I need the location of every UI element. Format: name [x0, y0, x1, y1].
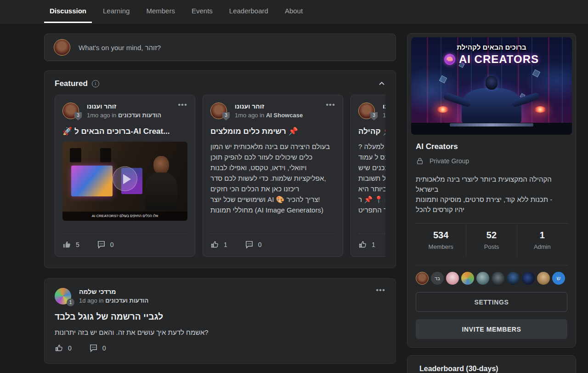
member-avatar[interactable]: ש [552, 272, 565, 285]
featured-card[interactable]: 3 זוהר וענונו 1mo ago in AI Showcase •••… [203, 95, 343, 257]
level-badge: 3 [74, 112, 82, 121]
tab-leaderboard[interactable]: Leaderboard [224, 0, 274, 23]
posts-count: 52 [466, 230, 516, 241]
decor-person [486, 76, 498, 90]
post-category[interactable]: AI Showcase [266, 112, 303, 119]
tab-about[interactable]: About [279, 0, 308, 23]
level-badge: 3 [222, 112, 230, 121]
tab-discussion[interactable]: Discussion [44, 0, 92, 23]
post-title[interactable]: קהילה 📌 [358, 126, 385, 136]
post-composer[interactable]: What's on your mind, זוהר? [44, 34, 396, 61]
community-description: הקהילה המקצועית ביותר ליוצרי בינה מלאכות… [416, 174, 567, 215]
member-avatar[interactable] [416, 272, 429, 285]
avatar[interactable]: 3 [62, 103, 79, 119]
member-avatar[interactable] [476, 272, 489, 285]
like-icon[interactable] [358, 240, 367, 249]
level-badge: 1 [67, 298, 74, 306]
comment-count: 0 [258, 241, 262, 248]
composer-placeholder: What's on your mind, זוהר? [79, 44, 161, 52]
invite-members-button[interactable]: INVITE MEMBERS [416, 319, 567, 339]
privacy-label: Private Group [430, 157, 469, 165]
like-icon[interactable] [62, 240, 71, 249]
kebab-menu-icon[interactable]: ••• [326, 103, 335, 107]
community-name: AI Creators [416, 142, 567, 151]
community-sidebar: ברוכים הבאים לקהילת 🧠 AI CREATORS AI Cre… [407, 33, 576, 373]
admin-count: 1 [517, 230, 567, 241]
featured-card[interactable]: 3 זוהר וענונו 1mo ago in הודעות ועדכונים… [55, 95, 195, 257]
comment-count: 0 [102, 344, 106, 352]
member-avatar[interactable] [461, 272, 474, 285]
members-label: Members [416, 243, 466, 250]
decor [100, 148, 111, 162]
avatar[interactable]: 3 [210, 103, 227, 119]
post-time: 1mo ago in [383, 112, 385, 119]
featured-title: Featured [55, 79, 88, 88]
like-icon[interactable] [55, 344, 63, 352]
post-category[interactable]: הודעות ועדכונים [118, 112, 161, 119]
video-thumbnail[interactable]: AI CREATORS? אלו הכלים החזקים בעולם [62, 142, 187, 221]
comment-icon[interactable] [89, 344, 98, 352]
post-title[interactable]: רשימת כלים מומלצים 📌 [210, 126, 335, 136]
members-count: 534 [416, 230, 466, 241]
decor [450, 123, 533, 126]
member-avatar[interactable]: בד [431, 272, 444, 285]
like-count: 1 [224, 241, 227, 248]
comment-count: 0 [110, 241, 114, 248]
like-count: 1 [372, 241, 375, 248]
brain-icon: 🧠 [444, 54, 455, 65]
community-stats: 534 Members 52 Posts 1 Admin [416, 224, 567, 257]
comment-icon[interactable] [97, 240, 106, 249]
decor-person [145, 156, 178, 221]
member-avatar[interactable] [446, 272, 459, 285]
post-time: 1mo ago in [87, 112, 116, 119]
leaderboard-title: Leaderboard (30-days) [419, 365, 564, 373]
member-avatar[interactable] [507, 272, 520, 285]
post-body: ? למעלה ✅ היכנס ל עמוד התכנים שיש לקבל ת… [358, 141, 385, 215]
kebab-menu-icon[interactable]: ••• [376, 288, 385, 293]
post-author[interactable]: זוהר וענונו [383, 103, 385, 110]
like-count: 0 [68, 344, 72, 352]
post-title[interactable]: לגביי הרשמה של גוגל בלבד [55, 312, 385, 322]
tab-events[interactable]: Events [186, 0, 218, 23]
featured-card[interactable]: 3 זוהר וענונו 1mo ago in קהילה 📌 ? למעלה… [351, 95, 385, 257]
member-avatars-row: בד ש [416, 272, 567, 285]
post-author[interactable]: מרדכי שלמה [79, 288, 148, 295]
decor [534, 106, 546, 113]
settings-button[interactable]: SETTINGS [416, 292, 567, 312]
decor-monitor [71, 166, 113, 196]
comment-icon[interactable] [245, 240, 254, 249]
tab-members[interactable]: Members [141, 0, 181, 23]
post-title[interactable]: 🚀 ברוכים הבאים ל-AI Creat... [62, 126, 187, 136]
avatar[interactable]: 1 [55, 288, 71, 304]
lock-icon [416, 157, 424, 165]
decor [437, 106, 449, 113]
post-time: 1mo ago in [235, 112, 264, 119]
like-count: 5 [76, 241, 79, 248]
member-avatar[interactable] [537, 272, 550, 285]
member-avatar[interactable] [492, 272, 504, 285]
divider [415, 223, 568, 224]
level-badge: 3 [370, 112, 378, 121]
post-author[interactable]: זוהר וענונו [235, 103, 303, 110]
kebab-menu-icon[interactable]: ••• [178, 103, 187, 107]
video-caption: AI CREATORS? אלו הכלים החזקים בעולם [62, 212, 187, 221]
decor [70, 148, 81, 162]
post-category[interactable]: הודעות ועדכונים [105, 297, 148, 304]
admin-label: Admin [517, 243, 567, 250]
info-icon[interactable]: i [92, 80, 99, 87]
feed-post[interactable]: 1 מרדכי שלמה 1d ago in הודעות ועדכונים •… [44, 278, 396, 364]
member-avatar[interactable] [522, 272, 535, 285]
tab-learning[interactable]: Learning [97, 0, 135, 23]
featured-section: Featured i 3 זוהר וענונו 1mo ago in הודע… [44, 70, 396, 268]
community-cover-image[interactable]: ברוכים הבאים לקהילת 🧠 AI CREATORS [411, 37, 572, 135]
like-icon[interactable] [210, 240, 219, 249]
post-author[interactable]: זוהר וענונו [87, 103, 161, 110]
play-button[interactable] [113, 166, 137, 191]
avatar[interactable]: 3 [358, 103, 375, 119]
chevron-up-icon[interactable] [378, 80, 385, 87]
post-body: בעולם היצירה עם בינה מלאכותית יש המון כל… [210, 141, 335, 215]
cover-brand-text: AI CREATORS [459, 53, 539, 66]
post-time: 1d ago in [79, 297, 104, 304]
top-nav: Discussion Learning Members Events Leade… [0, 0, 588, 23]
cover-welcome-text: ברוכים הבאים לקהילת [411, 43, 572, 51]
